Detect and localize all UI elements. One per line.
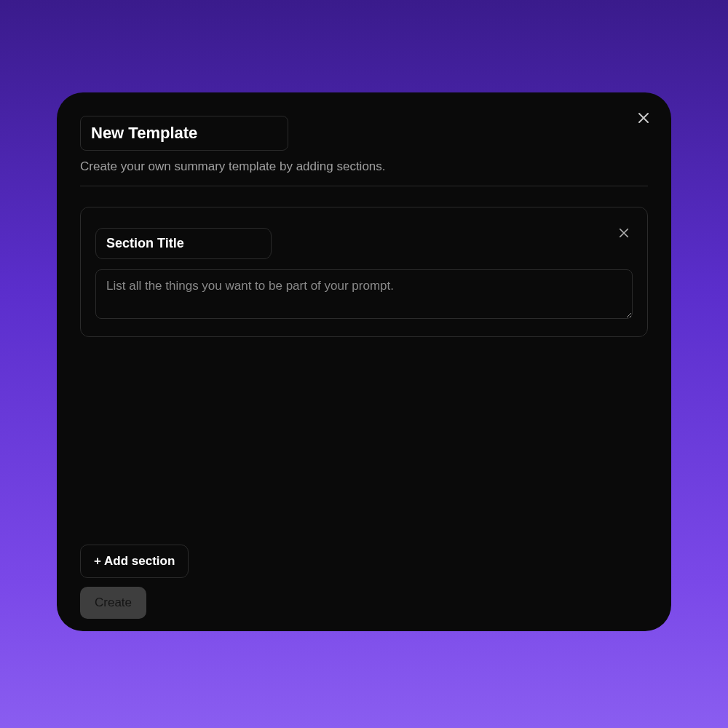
close-icon: [638, 112, 649, 126]
section-remove-button[interactable]: [615, 225, 633, 242]
modal-close-button[interactable]: [633, 108, 654, 129]
modal-header: Create your own summary template by addi…: [80, 116, 648, 186]
section-title-input[interactable]: [95, 228, 272, 259]
close-icon: [619, 228, 629, 240]
section-card: [80, 207, 648, 337]
add-section-button[interactable]: + Add section: [80, 545, 189, 578]
section-body-textarea[interactable]: [95, 269, 633, 319]
sections-container: [80, 207, 648, 545]
create-button[interactable]: Create: [80, 587, 146, 619]
new-template-modal: Create your own summary template by addi…: [57, 92, 671, 631]
template-name-input[interactable]: [80, 116, 288, 151]
modal-footer: + Add section Create: [80, 545, 648, 619]
modal-subtitle: Create your own summary template by addi…: [80, 159, 648, 174]
modal-content: + Add section Create: [80, 207, 648, 619]
